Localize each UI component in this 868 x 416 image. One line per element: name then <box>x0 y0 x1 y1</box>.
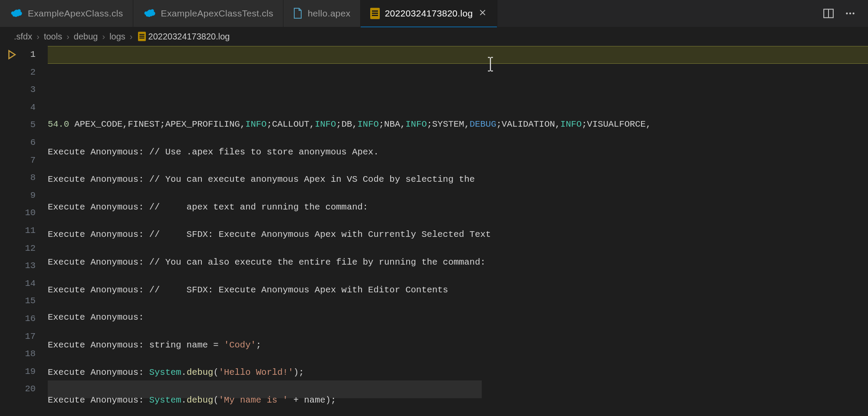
svg-point-2 <box>846 13 848 14</box>
debug-start-icon[interactable] <box>6 46 17 66</box>
breadcrumb-segment[interactable]: debug <box>74 32 98 42</box>
close-icon[interactable] <box>478 9 487 18</box>
code-line: Execute Anonymous: // SFDX: Execute Anon… <box>48 226 868 244</box>
tab-hello-apex[interactable]: hello.apex <box>283 0 361 27</box>
salesforce-icon <box>143 9 156 18</box>
code-line: Execute Anonymous: // Use .apex files to… <box>48 144 868 161</box>
code-line: Execute Anonymous: System.debug('Hello W… <box>48 364 868 382</box>
code-line: Execute Anonymous: // You can execute an… <box>48 171 868 189</box>
tab-label: ExampleApexClassTest.cls <box>161 8 273 19</box>
editor[interactable]: 1 2 3 4 5 6 7 8 9 10 11 12 13 14 15 16 1… <box>0 46 868 416</box>
code-line: Execute Anonymous: // SFDX: Execute Anon… <box>48 282 868 299</box>
line-number: 13 <box>0 257 36 275</box>
line-number: 19 <box>0 363 36 381</box>
line-number: 17 <box>0 328 36 346</box>
line-number: 7 <box>0 152 36 170</box>
line-number: 20 <box>0 380 36 398</box>
file-icon <box>293 8 302 19</box>
line-number: 12 <box>0 240 36 258</box>
more-actions-icon[interactable] <box>845 8 856 19</box>
breadcrumb-segment[interactable]: .sfdx <box>14 32 32 42</box>
line-number: 5 <box>0 116 36 134</box>
chevron-right-icon: › <box>66 32 69 42</box>
line-number: 16 <box>0 310 36 328</box>
code-line: Execute Anonymous: System.debug('My name… <box>48 392 868 409</box>
line-number: 10 <box>0 204 36 222</box>
chevron-right-icon: › <box>130 32 133 42</box>
line-number: 3 <box>0 81 36 99</box>
line-number-gutter: 1 2 3 4 5 6 7 8 9 10 11 12 13 14 15 16 1… <box>0 46 48 416</box>
breadcrumb-file[interactable]: 20220324173820.log <box>148 32 230 42</box>
code-line: Execute Anonymous: <box>48 309 868 327</box>
tab-bar: ExampleApexClass.cls ExampleApexClassTes… <box>0 0 868 27</box>
line-number: 2 <box>0 64 36 82</box>
tab-log-file[interactable]: 20220324173820.log <box>361 0 498 27</box>
tab-label: ExampleApexClass.cls <box>28 8 123 19</box>
log-icon <box>370 8 380 19</box>
line-number: 1 <box>0 46 36 64</box>
code-line: Execute Anonymous: // You can also execu… <box>48 254 868 272</box>
log-icon <box>138 32 145 41</box>
code-area[interactable]: 54.0 APEX_CODE,FINEST;APEX_PROFILING,INF… <box>48 46 868 416</box>
code-line: Execute Anonymous: string name = 'Cody'; <box>48 337 868 354</box>
breadcrumb[interactable]: .sfdx › tools › debug › logs › 202203241… <box>0 27 868 46</box>
tab-example-apex-class-test[interactable]: ExampleApexClassTest.cls <box>133 0 283 27</box>
line-number: 6 <box>0 134 36 152</box>
tab-label: hello.apex <box>308 8 351 19</box>
breadcrumb-segment[interactable]: logs <box>109 32 125 42</box>
line-number: 11 <box>0 222 36 240</box>
tab-actions <box>811 0 868 27</box>
breadcrumb-segment[interactable]: tools <box>44 32 62 42</box>
chevron-right-icon: › <box>102 32 105 42</box>
svg-point-3 <box>849 13 851 14</box>
line-number: 9 <box>0 187 36 205</box>
salesforce-icon <box>10 9 23 18</box>
code-line: 54.0 APEX_CODE,FINEST;APEX_PROFILING,INF… <box>48 116 868 134</box>
line-number: 8 <box>0 169 36 187</box>
code-line: Execute Anonymous: // apex text and runn… <box>48 199 868 216</box>
tab-label: 20220324173820.log <box>385 8 473 19</box>
line-highlight <box>48 46 868 64</box>
line-number: 15 <box>0 292 36 310</box>
line-number: 14 <box>0 275 36 293</box>
split-editor-icon[interactable] <box>823 8 834 19</box>
svg-point-4 <box>852 13 854 14</box>
tab-example-apex-class[interactable]: ExampleApexClass.cls <box>0 0 133 27</box>
line-number: 18 <box>0 345 36 363</box>
chevron-right-icon: › <box>36 32 39 42</box>
line-number: 4 <box>0 99 36 117</box>
